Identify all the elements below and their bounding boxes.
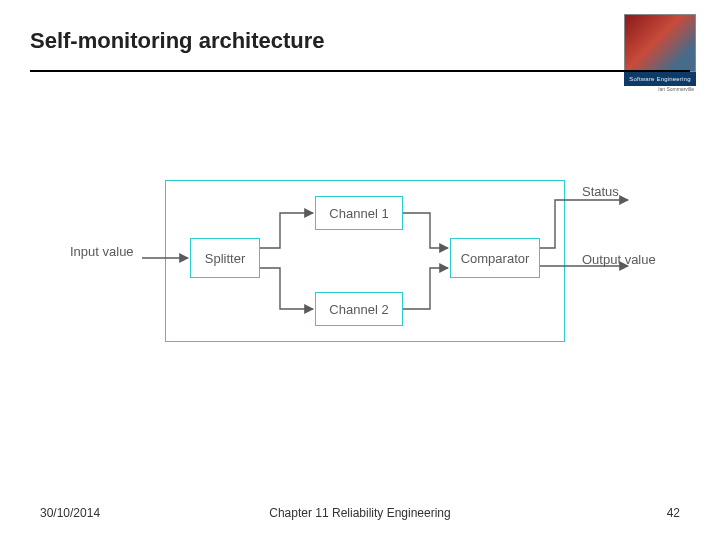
slide-title: Self-monitoring architecture <box>30 28 690 54</box>
header-divider <box>30 70 690 72</box>
footer-page-number: 42 <box>667 506 680 520</box>
slide: Self-monitoring architecture Software En… <box>0 0 720 540</box>
slide-footer: 30/10/2014 Chapter 11 Reliability Engine… <box>40 506 680 520</box>
book-cover-thumbnail: Software Engineering Ian Sommerville <box>624 14 696 94</box>
footer-chapter: Chapter 11 Reliability Engineering <box>269 506 450 520</box>
diagram-arrows <box>70 170 660 360</box>
slide-header: Self-monitoring architecture <box>30 28 690 54</box>
book-cover-image <box>624 14 696 72</box>
book-cover-title: Software Engineering <box>624 72 696 86</box>
footer-date: 30/10/2014 <box>40 506 100 520</box>
book-cover-author: Ian Sommerville <box>624 86 696 92</box>
architecture-diagram: Input value Splitter Channel 1 Channel 2… <box>70 170 660 360</box>
